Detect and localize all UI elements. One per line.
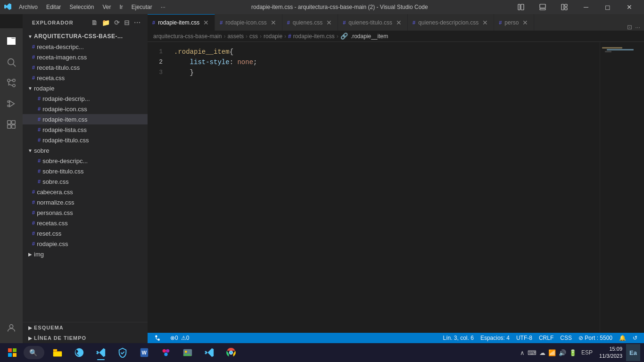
panel-toggle-icon[interactable] [532,0,553,14]
tab-close-button[interactable]: ✕ [481,19,489,26]
more-actions-icon[interactable]: ··· [635,24,640,31]
taskbar-photos[interactable] [177,344,198,361]
status-errors[interactable]: ⊗ 0 ⚠ 0 [167,333,192,343]
file-rodapie-item[interactable]: # rodapie-item.css [23,114,148,124]
breadcrumb-assets[interactable]: assets [227,33,244,40]
breadcrumb-css[interactable]: css [249,33,258,40]
tray-language[interactable]: ESP [578,349,595,356]
status-eol[interactable]: CRLF [536,333,556,343]
tray-battery-icon[interactable]: 🔋 [569,349,577,356]
status-encoding[interactable]: UTF-8 [513,333,535,343]
folder-sobre[interactable]: ▼ sobre [23,145,148,156]
taskbar-edge[interactable] [69,344,90,361]
activity-run-debug-icon[interactable] [2,94,21,113]
taskbar-clock[interactable]: 15:09 11/3/2023 [597,346,624,360]
taskbar-security[interactable] [112,344,133,361]
maximize-button[interactable]: ◻ [597,0,619,14]
tab-close-button[interactable]: ✕ [395,19,403,26]
start-button[interactable] [2,344,23,361]
tray-network-icon[interactable]: 📶 [548,349,556,356]
notification-center[interactable]: Ea [626,344,640,361]
file-rodapie-css[interactable]: # rodapie.css [23,239,148,249]
file-rodapie-lista[interactable]: # rodapie-lista.css [23,124,148,135]
activity-source-control-icon[interactable] [2,74,21,92]
file-receta[interactable]: # receta.css [23,73,148,83]
tray-keyboard-icon[interactable]: ⌨ [528,349,537,356]
taskbar-file-explorer[interactable] [47,344,68,361]
taskbar-word[interactable]: W [134,344,155,361]
new-file-icon[interactable]: 🗎 [90,18,99,27]
activity-accounts-icon[interactable] [2,319,21,337]
tab-close-button[interactable]: ✕ [521,19,529,26]
tray-cloud-icon[interactable]: ☁ [539,349,545,356]
menu-editar[interactable]: Editar [42,3,65,11]
new-folder-icon[interactable]: 📁 [101,18,111,27]
status-notification-icon[interactable]: 🔔 [616,333,629,343]
taskbar-vscode[interactable] [91,344,111,361]
file-cabecera[interactable]: # cabecera.css [23,187,148,197]
customize-layout-icon[interactable] [553,0,575,14]
folder-img[interactable]: ▶ img [23,249,148,259]
split-editor-icon[interactable]: ⊡ [627,24,632,31]
folder-rodapie[interactable]: ▼ rodapie [23,83,148,93]
taskbar-paint[interactable] [156,344,176,361]
breadcrumb-root[interactable]: arquitectura-css-base-main [153,33,222,40]
taskbar-search[interactable]: 🔍 [24,346,44,359]
status-position[interactable]: Lín. 3, col. 6 [440,333,477,343]
activity-search-icon[interactable] [2,53,21,72]
tab-close-button[interactable]: ✕ [325,19,333,26]
tree-root-folder[interactable]: ▼ ARQUITECTURA-CSS-BASE-... [23,31,148,41]
file-receta-titulo[interactable]: # receta-titulo.css [23,62,148,73]
tab-rodapie-item[interactable]: # rodapie-item.css ✕ [148,14,215,31]
status-spaces[interactable]: Espacios: 4 [478,333,512,343]
menu-seleccion[interactable]: Selección [66,3,98,11]
taskbar-vscode-2[interactable] [199,344,220,361]
status-language[interactable]: CSS [557,333,575,343]
minimize-button[interactable]: ─ [575,0,597,14]
tray-volume-icon[interactable]: 🔊 [559,349,566,356]
code-editor[interactable]: 1 2 3 .rodapie__item{ list-style: none; [148,42,600,333]
file-personas[interactable]: # personas.css [23,207,148,218]
activity-settings-icon[interactable] [2,339,21,343]
tab-quienes[interactable]: # quienes.css ✕ [282,14,339,31]
status-port[interactable]: ⊘ Port : 5500 [576,333,615,343]
file-rodapie-descrip[interactable]: # rodapie-descrip... [23,93,148,104]
menu-ejecutar[interactable]: Ejecutar [128,3,156,11]
tab-close-button[interactable]: ✕ [270,19,277,26]
collapse-all-icon[interactable]: ⊟ [123,18,131,27]
file-sobre-titulo[interactable]: # sobre-titulo.css [23,166,148,176]
taskbar-chrome[interactable] [221,344,241,361]
refresh-icon[interactable]: ⟳ [113,18,121,27]
close-button[interactable]: ✕ [619,0,640,14]
file-sobre[interactable]: # sobre.css [23,176,148,187]
file-normalize[interactable]: # normalize.css [23,197,148,207]
breadcrumb-hash-icon[interactable]: # [288,33,291,40]
menu-more[interactable]: ··· [157,3,169,11]
menu-ver[interactable]: Ver [99,3,115,11]
status-sync-icon[interactable]: ↺ [630,333,640,343]
file-sobre-descripc[interactable]: # sobre-descripc... [23,156,148,166]
schema-section[interactable]: ▶ ESQUEMA [23,322,148,333]
tab-close-button[interactable]: ✕ [202,19,210,26]
file-reset[interactable]: # reset.css [23,228,148,239]
breadcrumb-rodapie[interactable]: rodapie [264,33,282,40]
menu-archivo[interactable]: Archivo [15,3,41,11]
breadcrumb-filename[interactable]: rodapie-item.css [293,33,335,40]
layout-toggle-icon[interactable] [510,0,532,14]
file-rodapie-titulo[interactable]: # rodapie-titulo.css [23,135,148,145]
tray-show-hidden-icon[interactable]: ∧ [520,349,525,356]
timeline-section[interactable]: ▶ LÍNEA DE TIEMPO [23,333,148,343]
tab-rodapie-icon[interactable]: # rodapie-icon.css ✕ [215,14,282,31]
more-actions-icon[interactable]: ··· [133,18,142,27]
activity-explorer-icon[interactable] [2,32,21,51]
status-branch-icon[interactable] [151,333,165,343]
file-receta-descripc[interactable]: # receta-descripc... [23,41,148,52]
menu-ir[interactable]: Ir [116,3,126,11]
tab-quienes-titulo[interactable]: # quienes-titulo.css ✕ [338,14,408,31]
activity-extensions-icon[interactable] [2,115,21,134]
file-recetas[interactable]: # recetas.css [23,218,148,228]
code-content[interactable]: .rodapie__item{ list-style: none; } [170,42,600,333]
tab-perso[interactable]: # perso ✕ [494,14,534,31]
file-rodapie-icon[interactable]: # rodapie-icon.css [23,104,148,114]
file-receta-imagen[interactable]: # receta-imagen.css [23,52,148,62]
